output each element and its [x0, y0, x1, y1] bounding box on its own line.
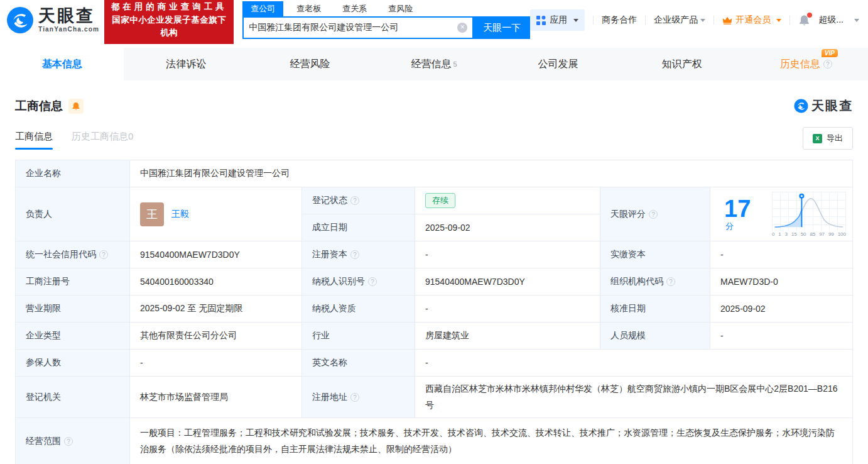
excel-icon	[813, 134, 822, 143]
tianyan-score-value[interactable]: 17分 0 1 3 15 50 85 97	[710, 187, 853, 241]
promo-banner-line2: 国家中小企业发展子基金旗下机构	[111, 14, 227, 40]
field-value: 房屋建筑业	[425, 330, 469, 341]
tab-label: 经营风险	[290, 58, 330, 71]
chevron-down-icon	[700, 19, 705, 22]
help-icon[interactable]	[823, 60, 832, 69]
field-label: 企业名称	[26, 168, 61, 179]
subtab-business-info[interactable]: 工商信息	[15, 131, 53, 150]
tab-legal-proceedings[interactable]: 法律诉讼	[124, 48, 247, 80]
tab-intellectual-property[interactable]: 知识产权	[620, 48, 744, 80]
help-icon[interactable]	[350, 250, 359, 259]
company-type-label: 企业类型	[16, 323, 130, 350]
tab-history-info[interactable]: 历史信息 VIP	[744, 48, 868, 80]
field-value: 林芝市市场监督管理局	[140, 392, 228, 403]
axis-tick: 100	[838, 231, 846, 237]
field-label: 纳税人识别号	[312, 276, 365, 287]
reg-authority-label: 登记机关	[16, 377, 130, 418]
monitor-bell-button[interactable]	[68, 99, 84, 114]
nav-open-vip[interactable]: 开通会员	[722, 14, 781, 26]
search-tab-relation[interactable]: 查关系	[334, 1, 375, 16]
field-value: 西藏自治区林芝市米林市米林镇邦仲村华发（林芝）航空商贸旅游小镇内一期B区会展中心…	[425, 381, 842, 412]
field-value: 91540400MAEW7D3D0Y	[140, 250, 240, 260]
field-label: 企业类型	[26, 330, 61, 341]
taxpayer-id-label: 纳税人识别号	[302, 268, 415, 296]
legal-person-value: 王 王毅	[130, 187, 302, 241]
staff-size-label: 人员规模	[600, 323, 710, 350]
field-label: 登记状态	[312, 195, 347, 206]
tab-operational-risk[interactable]: 经营风险	[248, 48, 372, 80]
axis-tick: 1	[778, 231, 781, 237]
taxpayer-qual-value: -	[415, 296, 600, 323]
field-label: 注册地址	[312, 392, 347, 403]
reg-status-label: 登记状态	[302, 187, 415, 214]
field-label: 英文名称	[312, 357, 347, 368]
apps-menu[interactable]: 应用	[530, 9, 585, 31]
reg-number-value: 540400160003340	[130, 268, 302, 296]
account-menu[interactable]: 超级...	[818, 14, 844, 26]
approval-date-value: 2025-09-02	[710, 296, 853, 323]
business-scope-value: 一般项目：工程管理服务；工程和技术研究和试验发展；技术服务、技术开发、技术咨询、…	[130, 418, 853, 464]
status-badge: 存续	[425, 193, 455, 208]
axis-tick: 99	[828, 231, 834, 237]
search-tab-boss[interactable]: 查老板	[288, 1, 329, 16]
field-label: 登记机关	[26, 392, 61, 403]
tianyan-score-label: 天眼评分	[600, 187, 710, 241]
nav-vip-label: 开通会员	[735, 14, 771, 26]
bell-icon	[72, 102, 80, 111]
subtab-history-business-info[interactable]: 历史工商信息0	[72, 131, 133, 150]
help-icon[interactable]	[666, 277, 675, 286]
tab-company-development[interactable]: 公司发展	[496, 48, 620, 80]
tianyancha-logo[interactable]: 天眼查 TianYanCha.com	[6, 6, 99, 34]
staff-size-value: -	[710, 323, 853, 350]
tab-label: 法律诉讼	[166, 58, 206, 71]
help-icon[interactable]	[649, 210, 658, 219]
axis-tick: 15	[791, 231, 797, 237]
reg-status-value: 存续	[415, 187, 600, 214]
tab-basic-info[interactable]: 基本信息	[0, 48, 124, 80]
help-icon[interactable]	[368, 277, 377, 286]
search-tab-risk[interactable]: 查风险	[380, 1, 421, 16]
tab-business-info[interactable]: 经营信息 5	[372, 48, 496, 80]
logo-domain: TianYanCha.com	[38, 26, 99, 33]
taxpayer-qual-label: 纳税人资质	[302, 296, 415, 323]
field-label: 统一社会信用代码	[26, 249, 96, 260]
credit-code-value: 91540400MAEW7D3D0Y	[130, 241, 302, 268]
taxpayer-id-value: 91540400MAEW7D3D0Y	[415, 268, 600, 296]
reg-address-value: 西藏自治区林芝市米林市米林镇邦仲村华发（林芝）航空商贸旅游小镇内一期B区会展中心…	[415, 377, 853, 418]
insured-count-label: 参保人数	[16, 350, 130, 377]
axis-tick: 50	[801, 231, 806, 237]
search-input[interactable]	[249, 23, 457, 33]
reg-capital-value: -	[415, 241, 600, 268]
export-label: 导出	[827, 133, 843, 144]
export-button[interactable]: 导出	[803, 127, 853, 150]
chevron-down-icon[interactable]	[854, 19, 859, 22]
help-icon[interactable]	[99, 250, 108, 259]
help-icon[interactable]	[350, 393, 359, 402]
help-icon[interactable]	[350, 196, 359, 205]
axis-tick: 0	[772, 231, 774, 237]
subtab-label: 历史工商信息	[72, 131, 128, 141]
axis-tick: 97	[819, 231, 825, 237]
field-value: MAEW7D3D-0	[720, 277, 778, 287]
chevron-down-icon	[776, 19, 781, 22]
divider	[713, 16, 714, 25]
tab-label: 历史信息	[780, 58, 820, 69]
score-axis: 0 1 3 15 50 85 97 99 100	[772, 231, 846, 237]
paid-capital-value: -	[710, 241, 853, 268]
apps-label: 应用	[550, 14, 567, 26]
search-area: 查公司 查老板 查关系 查风险 天眼一下	[242, 1, 530, 39]
nav-cooperation[interactable]: 商务合作	[602, 14, 637, 26]
business-scope-label: 经营范围	[16, 418, 130, 464]
nav-enterprise-products[interactable]: 企业级产品	[654, 14, 705, 26]
help-icon[interactable]	[64, 437, 73, 446]
field-label: 实缴资本	[610, 249, 646, 260]
field-value: -	[425, 250, 428, 260]
search-button[interactable]: 天眼一下	[474, 16, 530, 39]
legal-person-link[interactable]: 王毅	[171, 209, 189, 220]
notifications-bell[interactable]	[798, 14, 810, 26]
clear-icon[interactable]	[457, 23, 467, 33]
apps-grid-icon	[536, 16, 546, 25]
nav-enterprise-label: 企业级产品	[654, 14, 698, 26]
avatar[interactable]: 王	[140, 202, 164, 226]
search-tab-company[interactable]: 查公司	[242, 1, 283, 16]
